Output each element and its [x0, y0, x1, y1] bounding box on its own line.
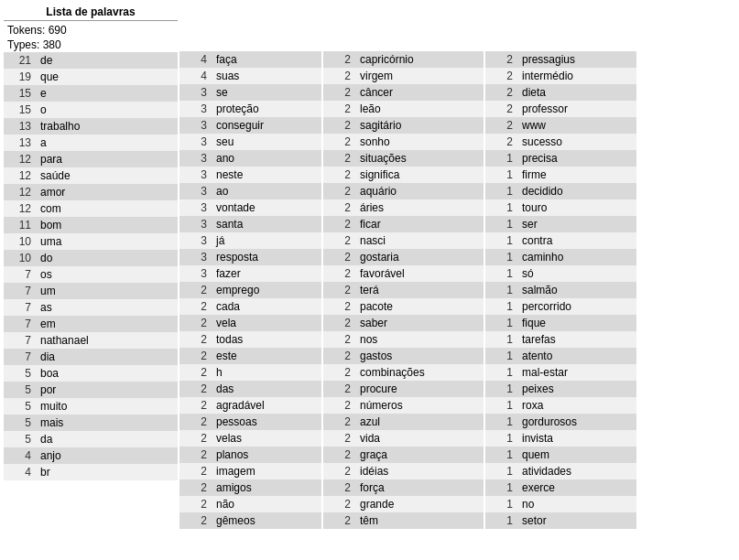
- list-item: 3santa: [179, 216, 321, 232]
- word-text: www: [518, 119, 636, 132]
- list-item: 2gostaria: [323, 249, 484, 265]
- list-item: 1setor: [485, 512, 636, 529]
- word-text: de: [37, 54, 178, 67]
- word-text: nos: [356, 333, 484, 346]
- list-item: 2sagitário: [323, 117, 484, 134]
- list-item: 2h: [179, 364, 321, 381]
- list-item: 7as: [4, 299, 178, 316]
- word-text: fazer: [212, 267, 321, 280]
- list-item: 2todas: [179, 331, 321, 348]
- list-item: 10uma: [4, 233, 178, 250]
- frequency-count: 2: [323, 70, 356, 82]
- list-item: 12saúde: [4, 167, 178, 184]
- word-text: anjo: [37, 449, 178, 462]
- list-item: 2sonho: [323, 134, 484, 150]
- list-item: 4faça: [179, 51, 321, 68]
- col1-rows: 21de19que15e15o13trabalho13a12para12saúd…: [4, 52, 178, 480]
- frequency-count: 7: [4, 350, 37, 363]
- list-item: 2favorável: [323, 265, 484, 282]
- list-item: 2pacote: [323, 298, 484, 315]
- frequency-count: 1: [485, 168, 518, 181]
- frequency-count: 2: [323, 333, 356, 346]
- list-item: 3resposta: [179, 249, 321, 265]
- word-text: áries: [356, 201, 484, 214]
- list-item: 1gordurosos: [485, 414, 636, 430]
- frequency-count: 2: [179, 514, 212, 527]
- word-text: aquário: [356, 185, 484, 198]
- frequency-count: 2: [179, 399, 212, 412]
- frequency-count: 7: [4, 301, 37, 314]
- word-text: só: [518, 267, 636, 280]
- word-text: roxa: [518, 399, 636, 412]
- list-item: 1ser: [485, 216, 636, 232]
- list-item: 2www: [485, 117, 636, 134]
- frequency-count: 1: [485, 366, 518, 379]
- list-item: 2pessoas: [179, 414, 321, 430]
- word-text: vontade: [212, 201, 321, 214]
- list-item: 2gêmeos: [179, 512, 321, 529]
- word-text: das: [212, 382, 321, 395]
- list-item: 2dieta: [485, 84, 636, 101]
- frequency-count: 12: [4, 202, 37, 215]
- frequency-count: 21: [4, 54, 37, 67]
- word-text: saúde: [37, 169, 178, 182]
- list-item: 1fique: [485, 315, 636, 331]
- frequency-count: 1: [485, 251, 518, 264]
- list-item: 13a: [4, 135, 178, 151]
- frequency-count: 1: [485, 448, 518, 461]
- list-item: 1quem: [485, 447, 636, 463]
- word-text: touro: [518, 201, 636, 214]
- frequency-count: 2: [323, 267, 356, 280]
- word-text: amigos: [212, 481, 321, 494]
- word-text: planos: [212, 448, 321, 461]
- word-text: graça: [356, 448, 484, 461]
- frequency-count: 2: [323, 317, 356, 329]
- list-item: 2aquário: [323, 183, 484, 199]
- frequency-count: 1: [485, 481, 518, 494]
- word-text: conseguir: [212, 119, 321, 132]
- word-text: nathanael: [37, 334, 178, 347]
- word-text: firme: [518, 168, 636, 181]
- word-text: ficar: [356, 218, 484, 231]
- word-text: setor: [518, 514, 636, 527]
- frequency-count: 4: [4, 449, 37, 462]
- frequency-count: 15: [4, 103, 37, 116]
- list-item: 3neste: [179, 167, 321, 183]
- word-text: quem: [518, 448, 636, 461]
- word-text: uma: [37, 235, 178, 248]
- frequency-count: 2: [323, 366, 356, 379]
- word-text: fique: [518, 317, 636, 329]
- word-text: agradável: [212, 399, 321, 412]
- word-text: percorrido: [518, 300, 636, 313]
- list-item: 1peixes: [485, 381, 636, 397]
- col2-rows: 4faça4suas3se3proteção3conseguir3seu3ano…: [179, 51, 321, 529]
- word-text: com: [37, 202, 178, 215]
- word-text: invista: [518, 432, 636, 445]
- list-item: 2agradável: [179, 397, 321, 414]
- word-text: emprego: [212, 284, 321, 296]
- frequency-count: 1: [485, 300, 518, 313]
- word-text: sucesso: [518, 135, 636, 148]
- list-item: 2imagem: [179, 463, 321, 479]
- frequency-count: 2: [179, 481, 212, 494]
- frequency-count: 2: [323, 350, 356, 362]
- word-text: este: [212, 350, 321, 362]
- frequency-count: 1: [485, 284, 518, 296]
- frequency-count: 3: [179, 152, 212, 165]
- list-item: 3proteção: [179, 101, 321, 117]
- frequency-count: 4: [179, 53, 212, 66]
- list-item: 2cada: [179, 298, 321, 315]
- frequency-count: 5: [4, 416, 37, 429]
- list-item: 1tarefas: [485, 331, 636, 348]
- word-text: pessoas: [212, 415, 321, 428]
- word-text: câncer: [356, 86, 484, 99]
- list-item: 2combinações: [323, 364, 484, 381]
- frequency-count: 11: [4, 219, 37, 232]
- word-text: saber: [356, 317, 484, 329]
- frequency-count: 4: [4, 466, 37, 479]
- list-item: 1salmão: [485, 282, 636, 298]
- frequency-count: 2: [323, 218, 356, 231]
- frequency-count: 3: [179, 218, 212, 231]
- word-text: nasci: [356, 234, 484, 247]
- list-item: 2áries: [323, 199, 484, 216]
